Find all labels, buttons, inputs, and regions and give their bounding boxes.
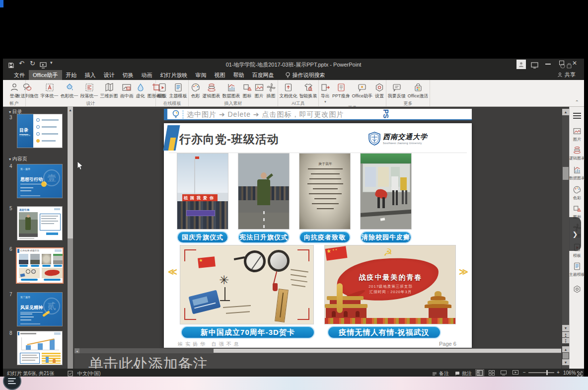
next-slide-button[interactable]: ▼▼ [562, 338, 569, 343]
section-header-content[interactable]: ▾ 内容页 [9, 156, 27, 162]
tab-baidu-netdisk[interactable]: 百度网盘 [248, 70, 278, 80]
blur-button[interactable]: 虚化 [135, 81, 147, 99]
unify-paragraph-button[interactable]: 段落统一 [79, 81, 99, 99]
share-button[interactable]: 共享 [557, 71, 576, 78]
thumbnail-slide-5[interactable]: 思想引领 [17, 206, 63, 240]
tab-home[interactable]: 开始 [62, 70, 81, 80]
photo-tribute-letter[interactable]: 庚子鼠年 [299, 153, 351, 230]
tell-me-search[interactable]: 操作说明搜索 [291, 70, 329, 80]
slide-title[interactable]: 行亦向党-班级活动 [179, 132, 279, 147]
colors-button[interactable]: 色彩 [190, 81, 202, 99]
caption-tribute[interactable]: 向抗疫者致敬 [299, 231, 351, 243]
scrollbar-thumb[interactable] [563, 353, 569, 359]
tab-transitions[interactable]: 切换 [119, 70, 138, 80]
sidebar-settings-icon[interactable] [573, 285, 582, 296]
spellcheck-icon[interactable] [68, 370, 73, 379]
tab-view[interactable]: 视图 [211, 70, 229, 80]
thumbnail-slide-8[interactable] [17, 331, 63, 365]
previous-slide-button[interactable]: ▲▲ [562, 332, 569, 337]
tab-review[interactable]: 审阅 [192, 70, 211, 80]
tab-slideshow[interactable]: 幻灯片放映 [156, 70, 192, 80]
send-to-wechat-button[interactable]: 发送到微信 [15, 81, 40, 99]
icons-button[interactable]: 图标 [241, 81, 253, 99]
settings-button[interactable]: 设置 [373, 81, 385, 99]
caption-constitution-day[interactable]: 宪法日升旗仪式 [238, 231, 290, 243]
sidebar-item-logic-charts[interactable]: 逻辑图表 [570, 146, 585, 161]
scroll-left-icon[interactable]: ◂ [74, 348, 79, 353]
notes-scrollbar[interactable]: ▲ ▼ [562, 346, 569, 369]
zoom-slider-track[interactable] [528, 372, 554, 373]
horizontal-scrollbar[interactable]: ◂ [74, 348, 561, 353]
sidebar-item-data-charts[interactable]: 数据图表 [570, 165, 585, 181]
sidebar-collapse-handle[interactable]: ❯ [569, 217, 581, 251]
sidebar-item-theme-templates[interactable]: 主题模板 [570, 262, 585, 277]
comments-toggle[interactable]: 批注 [455, 370, 472, 377]
tab-office-assistant[interactable]: Office助手 [29, 70, 62, 80]
prev-images-arrow[interactable]: ≪ [168, 266, 177, 277]
collapse-ribbon-button[interactable]: ⌃ [575, 99, 579, 105]
notes-pane[interactable]: 单击此处添加备注 [74, 353, 561, 369]
office-assistant-button[interactable]: Office助手 [351, 81, 373, 99]
zoom-level[interactable]: 106% [563, 370, 576, 376]
sidebar-menu-icon[interactable] [573, 113, 581, 119]
photo-campus-cleanup[interactable] [360, 153, 412, 230]
scroll-up-icon[interactable]: ▲ [68, 107, 73, 113]
caption-flag-raising[interactable]: 国庆升旗仪式 [177, 231, 228, 243]
smart-restyle-button[interactable]: 智能换装 [298, 81, 318, 99]
tab-insert[interactable]: 插入 [81, 70, 100, 80]
status-language[interactable]: 中文(中国) [77, 370, 101, 377]
templates-button[interactable]: 模板 [156, 81, 168, 99]
scroll-up-icon[interactable]: ▲ [562, 346, 569, 352]
tab-animations[interactable]: 动画 [138, 70, 156, 80]
restore-button[interactable] [559, 61, 564, 65]
sidebar-item-pictures[interactable]: 图片 [570, 127, 585, 142]
caption-wuhan-blessing[interactable]: 疫情无情人有情-祝福武汉 [327, 326, 441, 339]
logic-charts-button[interactable]: 逻辑图表 [202, 81, 221, 99]
tab-design[interactable]: 设计 [100, 70, 119, 80]
sidebar-item-colors[interactable]: 色彩 [570, 185, 585, 201]
next-images-arrow[interactable]: ≫ [459, 266, 468, 277]
view-normal-button[interactable] [475, 369, 484, 376]
user-avatar[interactable] [516, 60, 526, 69]
zoom-slider-thumb[interactable] [546, 370, 548, 375]
zoom-out-button[interactable]: − [523, 370, 526, 375]
notes-placeholder[interactable]: 单击此处添加备注 [88, 354, 208, 369]
slide-area-scrollbar[interactable]: ▲ ▼ [562, 109, 569, 331]
picture-in-picture-button[interactable]: 画中画 [119, 81, 135, 99]
view-reading-button[interactable] [499, 369, 508, 376]
caption-70th-anniversary-card[interactable]: 新中国成立70周年-3D贺卡 [181, 326, 315, 339]
fold-3d-button[interactable]: 三维折图 [99, 81, 119, 99]
unify-colors-button[interactable]: 色彩统一 [60, 81, 79, 99]
thumbnail-slide-4[interactable]: 第一篇章 思想引行动 壹 [17, 164, 63, 198]
tab-help[interactable]: 帮助 [229, 70, 248, 80]
close-button[interactable]: ✕ [572, 60, 577, 67]
caption-cleanup[interactable]: 清除校园牛皮癣 [360, 231, 412, 243]
thumbnail-slide-6-selected[interactable]: 行亦向党-班级活动 [16, 247, 64, 284]
view-slide-sorter-button[interactable] [487, 369, 496, 376]
theme-templates-button[interactable]: 主题模板 [168, 81, 188, 99]
photo-constitution-day-flag-raising[interactable] [238, 153, 290, 230]
zoom-in-button[interactable]: + [557, 370, 560, 375]
thumbnail-slide-7[interactable]: 第二篇章 风采见精神 贰 [17, 292, 63, 326]
display-settings-button[interactable] [531, 61, 538, 70]
minimize-button[interactable] [545, 64, 551, 65]
scroll-up-icon[interactable]: ▲ [562, 109, 569, 115]
scrollbar-thumb[interactable] [68, 113, 73, 238]
unify-fonts-button[interactable]: 字体统一 [40, 81, 60, 99]
data-charts-button[interactable]: 数据图表 [221, 81, 241, 99]
thumbnail-slide-3[interactable]: 目录 CONTENTS [17, 114, 63, 148]
scrollbar-thumb[interactable] [214, 349, 561, 353]
ppt-slim-button[interactable]: PPT瘦身 [331, 81, 351, 99]
thumbnail-scrollbar[interactable]: ▲ [68, 107, 73, 369]
notes-toggle[interactable]: 备注 [432, 370, 449, 377]
scroll-down-icon[interactable]: ▼ [562, 359, 569, 365]
scroll-down-icon[interactable]: ▼ [562, 325, 569, 331]
photo-wuhan-blessing-poster[interactable]: ★★ ★ ☭ 战疫中最美的青春 2017级地质第三班支部 汇报时间：2020年3… [324, 245, 456, 324]
illustrations-button[interactable]: 插图 [265, 81, 277, 99]
photo-national-day-flag-raising[interactable]: 祖国我爱你 [177, 153, 228, 230]
tab-file[interactable]: 文件 [10, 70, 29, 80]
university-logo[interactable]: 西南交通大学 Southwest Jiaotong University [368, 132, 428, 146]
photo-3d-greeting-card[interactable]: ★ ✳ [180, 245, 314, 324]
office-activate-button[interactable]: Office激活 [407, 81, 429, 99]
view-slideshow-button[interactable] [511, 369, 520, 376]
